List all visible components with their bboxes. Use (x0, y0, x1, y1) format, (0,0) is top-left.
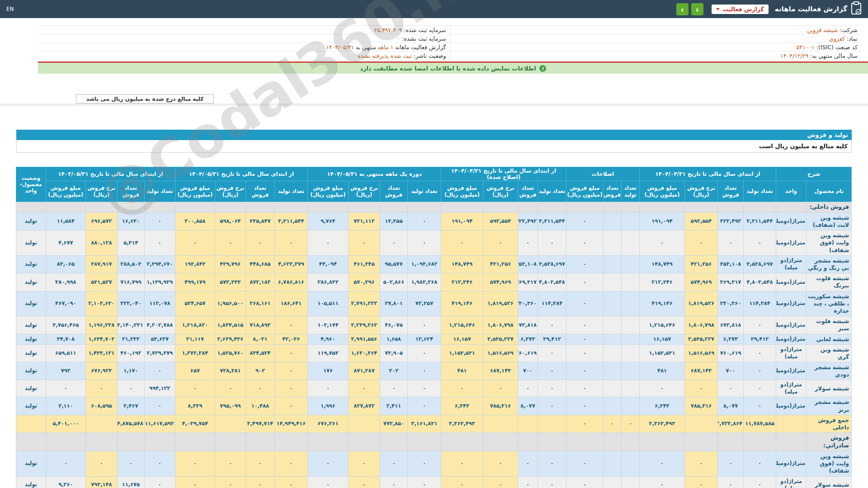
unit-cell: متراژ(دو میله) (776, 344, 806, 362)
info-row-left-3: وضعیت ناشر:ثبت شده پذیرفته نشده (38, 52, 450, 60)
status-cell (16, 415, 46, 432)
value-cell: ۲۹,۴۱۲ (538, 334, 566, 344)
value-cell: ۳,۳۶۳,۴۹۳ (441, 415, 483, 432)
status-cell: تولید (16, 230, 46, 256)
column-header: تعداد فروش (717, 181, 743, 202)
value-cell: ۰ (407, 380, 441, 397)
empty-cell (16, 202, 46, 213)
value-cell: ۱,۸۱۹,۵۲۶ (483, 291, 518, 316)
section-header-production-sales: تولید و فروش (16, 130, 852, 140)
unit-cell (776, 415, 806, 432)
value-cell: ۲۸۸,۵۰۳ (117, 255, 144, 273)
value-cell: ۴۶,۰۷۵ (380, 316, 407, 334)
value-cell: ۰ (380, 380, 407, 397)
value-cell: ۱۱,۶۱۷,۵۹۳ (144, 415, 175, 432)
info-label: شرکت: (840, 27, 858, 33)
value-cell (621, 334, 639, 344)
value-cell: ۲,۱۰۳,۶۳۰ (85, 291, 117, 316)
value-cell: ۰ (407, 397, 441, 415)
value-cell: ۲,۴۱۱ (380, 397, 407, 415)
empty-cell (117, 202, 144, 213)
value-cell: ۴,۸۰۳,۵۴۸ (538, 273, 566, 291)
value-cell: ۷۸۵,۳۱۶ (684, 397, 717, 415)
empty-cell (639, 433, 684, 451)
empty-cell (621, 202, 639, 213)
value-cell: ۰ (441, 380, 483, 397)
value-cell: ۰ (566, 273, 603, 291)
chevron-down-icon (716, 8, 720, 10)
empty-cell (538, 202, 566, 213)
value-cell: ۴۶۱,۳۴۵ (348, 255, 380, 273)
value-cell: ۰ (245, 476, 274, 488)
value-cell (621, 212, 639, 230)
value-cell: ۸۷۱,۲۸۷ (348, 362, 380, 380)
product-name-cell: جمع فروش داخلی (807, 415, 852, 432)
value-cell: ۶۸۷,۱۴۳ (684, 362, 717, 380)
value-cell: ۰ (538, 230, 566, 256)
value-cell: ۹۵,۵۷۷ (380, 255, 407, 273)
value-cell: ۰ (215, 230, 245, 256)
value-cell: ۰ (684, 451, 717, 476)
value-cell: ۱,۵۱۶,۵۶۹ (483, 344, 518, 362)
value-cell (518, 415, 538, 432)
table-row: شیشه مشجر دوديمتراژ(دومیله)۰۷۰۰۶۸۷,۱۴۳۴۸… (16, 362, 851, 380)
value-cell: ۰ (566, 344, 603, 362)
section-label: فروش داخلي: (807, 202, 852, 213)
value-cell: ۰ (441, 476, 483, 488)
value-cell: ۰ (566, 397, 603, 415)
value-cell: ۱,۱۵۳,۵۳۱ (441, 344, 483, 362)
unit-cell: متراژ(دومیله) (776, 230, 806, 256)
table-row: شیشه وین لایت (شفاف)متراژ(دومیله)۳,۳۱۱,۵… (16, 212, 851, 230)
value-cell: ۰ (717, 230, 743, 256)
table-row: شیشه فلوت بیرنگمتراژ(دومیله)۴,۸۰۳,۵۴۸۳۶۹… (16, 273, 851, 291)
value-cell (621, 476, 639, 488)
value-cell: ۸,۳۳۹ (175, 397, 215, 415)
value-cell: ۰ (717, 476, 743, 488)
prev-report-button[interactable]: ‹ (691, 3, 703, 15)
value-cell: ۰ (639, 476, 684, 488)
empty-cell (603, 202, 621, 213)
section-row: فروش صادراتي: (16, 433, 851, 451)
column-header: نرخ فروش (ریال) (85, 181, 117, 202)
info-label: سرمایه ثبت شده: (404, 27, 446, 33)
empty-cell (776, 433, 806, 451)
unit-cell: متراژ(دومیله) (776, 397, 806, 415)
value-cell: ۰ (215, 451, 245, 476)
value-cell: ۱,۲۱۵,۶۴۶ (441, 316, 483, 334)
value-cell: ۴۲۱,۲۵۶ (483, 255, 518, 273)
value-cell: ۰ (538, 344, 566, 362)
value-cell: ۰ (566, 362, 603, 380)
column-group-header-4: دوره یک ماهه منتهی به ۱۴۰۴/۰۵/۳۱ (307, 167, 441, 181)
next-report-button[interactable]: › (676, 3, 689, 15)
value-cell: ۳,۱۴۰,۲۳۱ (117, 316, 144, 334)
value-cell: ۰ (743, 316, 776, 334)
value-cell: ۰ (566, 230, 603, 256)
value-cell: ۰ (407, 344, 441, 362)
empty-cell (566, 433, 603, 451)
value-cell: ۵۳۱,۵۲۷ (85, 273, 117, 291)
language-toggle[interactable]: EN (6, 6, 14, 12)
value-cell: ۰ (538, 316, 566, 334)
value-cell: ۱,۸۳۴,۵۱۵ (215, 316, 245, 334)
value-cell: ۲۹,۴۱۲ (743, 334, 776, 344)
value-cell: ۴۲,۰۳۶ (274, 334, 307, 344)
value-cell: ۲۰۲ (380, 362, 407, 380)
company-info-panel: شرکت:شیشه قزویننماد:کفزويکد صنعت (ISIC):… (38, 25, 861, 60)
value-cell: ۰ (518, 230, 538, 256)
table-row: شیشه لعابيمتراژ(دومیله)۲۹,۴۱۲۶,۳۷۳۲,۵۳۵,… (16, 334, 851, 344)
value-cell: ۰ (566, 334, 603, 344)
value-cell: ۷۰۰ (518, 362, 538, 380)
empty-cell (46, 202, 85, 213)
empty-cell (483, 433, 518, 451)
value-cell: ۱۰,۴۸۸ (245, 397, 274, 415)
info-value: ۵۴۱۰۰۱ (797, 44, 815, 51)
empty-cell (117, 433, 144, 451)
value-cell: ۱۱,۵۸۴ (46, 212, 85, 230)
value-cell: ۳,۴۶۷ (117, 397, 144, 415)
value-cell: ۰ (175, 380, 215, 397)
value-cell: ۰ (743, 230, 776, 256)
report-type-dropdown[interactable]: گزارش فعالیت (712, 5, 769, 14)
value-cell: ۳۲۲,۴۹۲ (717, 212, 743, 230)
value-cell: ۰ (717, 451, 743, 476)
value-cell: ۰ (46, 451, 85, 476)
